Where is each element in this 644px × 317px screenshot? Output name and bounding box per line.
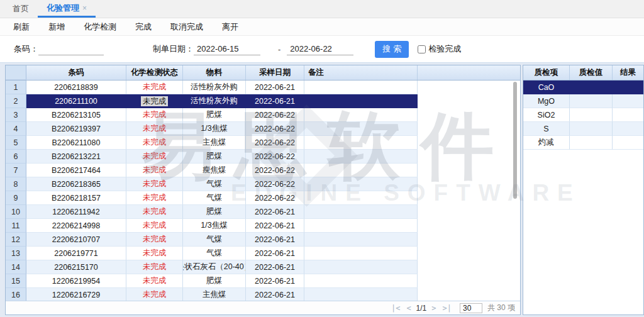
status-cell[interactable]: 未完成 (126, 108, 183, 122)
sample-date-cell[interactable]: 2022-06-22 (246, 136, 304, 150)
barcode-cell[interactable]: 2206211100 (26, 94, 126, 108)
qc-item-cell[interactable]: CaO (523, 81, 570, 94)
remark-cell[interactable] (304, 233, 418, 247)
table-row[interactable]: 6B2206213221未完成肥煤2022-06-22 (6, 150, 520, 164)
sample-date-cell[interactable]: 2022-06-21 (246, 274, 304, 288)
barcode-cell[interactable]: B2206218157 (26, 191, 126, 205)
status-cell[interactable]: 未完成 (126, 94, 183, 108)
material-cell[interactable]: 气煤 (183, 247, 246, 260)
sample-date-cell[interactable]: 2022-06-22 (246, 150, 304, 164)
inspection-complete-checkbox[interactable] (418, 45, 426, 53)
material-cell[interactable]: 气煤 (183, 177, 246, 191)
qc-item-cell[interactable]: MgO (523, 94, 570, 108)
status-cell[interactable]: 未完成 (126, 260, 183, 274)
header-barcode[interactable]: 条码 (26, 65, 126, 80)
barcode-cell[interactable]: 12206219954 (26, 274, 126, 288)
table-row[interactable]: 12206218839未完成活性粉灰外购2022-06-21 (6, 81, 520, 94)
toolbar-button-0[interactable]: 刷新 (4, 21, 39, 33)
header-qc-result[interactable]: 结果 (613, 65, 643, 80)
status-cell[interactable]: 未完成 (126, 191, 183, 205)
remark-cell[interactable] (304, 177, 418, 191)
status-cell[interactable]: 未完成 (126, 274, 183, 288)
sample-date-cell[interactable]: 2022-06-22 (246, 122, 304, 136)
barcode-cell[interactable]: B2206213105 (26, 108, 126, 122)
table-row[interactable]: 1122206214998未完成1/3焦煤2022-06-21 (6, 219, 520, 233)
page-size-input[interactable] (460, 303, 482, 313)
barcode-input[interactable] (38, 43, 104, 55)
toolbar-button-5[interactable]: 离开 (213, 21, 248, 33)
barcode-cell[interactable]: B2206218365 (26, 177, 126, 191)
material-cell[interactable]: 肥煤 (183, 205, 246, 219)
qc-value-cell[interactable] (570, 81, 613, 94)
tab-close-icon[interactable]: × (82, 4, 87, 13)
material-cell[interactable]: 肥煤 (183, 274, 246, 288)
prev-page-icon[interactable]: < (406, 304, 411, 313)
status-cell[interactable]: 未完成 (126, 81, 183, 94)
sample-date-cell[interactable]: 2022-06-21 (246, 205, 304, 219)
status-cell[interactable]: 未完成 (126, 247, 183, 260)
table-row[interactable]: 3B2206213105未完成肥煤2022-06-22 (6, 108, 520, 122)
sample-date-cell[interactable]: 2022-06-22 (246, 191, 304, 205)
remark-cell[interactable] (304, 288, 418, 302)
sample-date-cell[interactable]: 2022-06-21 (246, 94, 304, 108)
table-row[interactable]: 5B2206211080未完成主焦煤2022-06-22 (6, 136, 520, 150)
barcode-cell[interactable]: B2206213221 (26, 150, 126, 164)
toolbar-button-2[interactable]: 化学检测 (74, 21, 126, 33)
sample-date-cell[interactable]: 2022-06-21 (246, 247, 304, 260)
material-cell[interactable]: 瘦焦煤 (183, 164, 246, 177)
material-cell[interactable]: 活性粉灰外购 (183, 81, 246, 94)
qc-table-row[interactable]: 灼减 (523, 136, 643, 150)
remark-cell[interactable] (304, 274, 418, 288)
remark-cell[interactable] (304, 164, 418, 177)
table-row[interactable]: 22206211100未完成活性粉灰外购2022-06-21 (6, 94, 520, 108)
material-cell[interactable]: 肥煤 (183, 150, 246, 164)
table-row[interactable]: 142206215170未完成块状石灰石（20-40）2022-06-21 (6, 260, 520, 274)
material-cell[interactable]: 块状石灰石（20-40） (183, 260, 246, 274)
qc-result-cell[interactable] (613, 136, 643, 150)
barcode-cell[interactable]: 22206210707 (26, 233, 126, 247)
remark-cell[interactable] (304, 219, 418, 233)
last-page-icon[interactable]: >| (443, 304, 452, 313)
remark-cell[interactable] (304, 94, 418, 108)
qc-table-row[interactable]: S (523, 122, 643, 136)
status-cell[interactable]: 未完成 (126, 164, 183, 177)
qc-value-cell[interactable] (570, 94, 613, 108)
remark-cell[interactable] (304, 247, 418, 260)
remark-cell[interactable] (304, 136, 418, 150)
table-row[interactable]: 4B2206219397未完成1/3焦煤2022-06-22 (6, 122, 520, 136)
toolbar-button-3[interactable]: 完成 (126, 21, 161, 33)
barcode-cell[interactable]: 2206219771 (26, 247, 126, 260)
toolbar-button-1[interactable]: 新增 (39, 21, 74, 33)
table-row[interactable]: 1612206216729未完成主焦煤2022-06-21 (6, 288, 520, 302)
barcode-cell[interactable]: 2206218839 (26, 81, 126, 94)
table-row[interactable]: 7B2206217464未完成瘦焦煤2022-06-22 (6, 164, 520, 177)
sample-date-cell[interactable]: 2022-06-21 (246, 260, 304, 274)
search-button[interactable]: 搜索 (375, 41, 409, 58)
remark-cell[interactable] (304, 108, 418, 122)
table-row[interactable]: 9B2206218157未完成气煤2022-06-22 (6, 191, 520, 205)
table-row[interactable]: 1222206210707未完成气煤2022-06-21 (6, 233, 520, 247)
qc-item-cell[interactable]: 灼减 (523, 136, 570, 150)
barcode-cell[interactable]: 2206215170 (26, 260, 126, 274)
qc-value-cell[interactable] (570, 122, 613, 136)
status-cell[interactable]: 未完成 (126, 136, 183, 150)
remark-cell[interactable] (304, 150, 418, 164)
material-cell[interactable]: 气煤 (183, 191, 246, 205)
material-cell[interactable]: 肥煤 (183, 108, 246, 122)
qc-table-row[interactable]: CaO (523, 81, 643, 94)
qc-item-cell[interactable]: S (523, 122, 570, 136)
sample-date-cell[interactable]: 2022-06-21 (246, 288, 304, 302)
qc-table-row[interactable]: SiO2 (523, 108, 643, 122)
tab-lab-management[interactable]: 化验管理 × (38, 0, 96, 18)
qc-result-cell[interactable] (613, 122, 643, 136)
table-row[interactable]: 8B2206218365未完成气煤2022-06-22 (6, 177, 520, 191)
header-material[interactable]: 物料 (183, 65, 246, 80)
barcode-cell[interactable]: 12206211942 (26, 205, 126, 219)
material-cell[interactable]: 主焦煤 (183, 288, 246, 302)
sample-date-cell[interactable]: 2022-06-21 (246, 219, 304, 233)
sample-date-cell[interactable]: 2022-06-21 (246, 233, 304, 247)
sample-date-cell[interactable]: 2022-06-22 (246, 108, 304, 122)
barcode-cell[interactable]: 12206216729 (26, 288, 126, 302)
status-cell[interactable]: 未完成 (126, 122, 183, 136)
remark-cell[interactable] (304, 260, 418, 274)
